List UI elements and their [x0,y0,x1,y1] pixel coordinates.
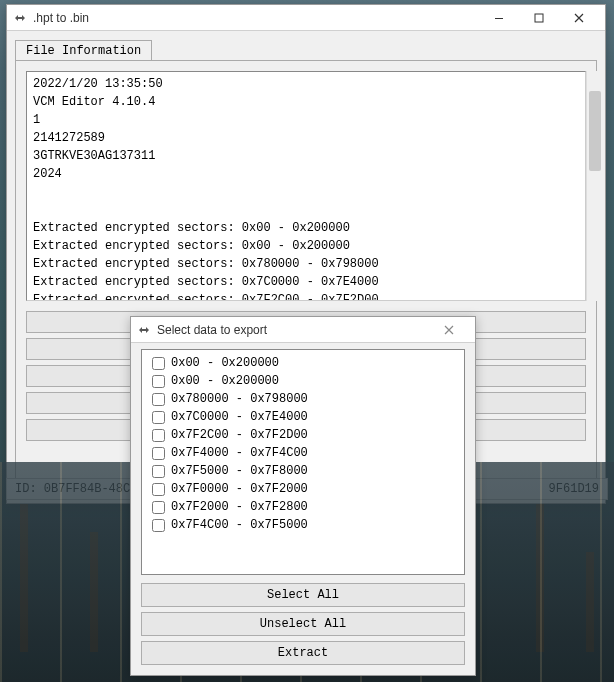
desktop-background: .hpt to .bin File Information 2022/1/20 … [0,0,614,682]
svg-rect-0 [495,18,503,19]
export-dialog: Select data to export 0x00 - 0x2000000x0… [130,316,476,676]
maximize-button[interactable] [519,7,559,29]
export-item[interactable]: 0x7F5000 - 0x7F8000 [148,462,458,480]
file-info-textarea[interactable]: 2022/1/20 13:35:50 VCM Editor 4.10.4 1 2… [26,71,586,301]
extract-button[interactable]: Extract [141,641,465,665]
export-item[interactable]: 0x7C0000 - 0x7E4000 [148,408,458,426]
close-icon [444,325,454,335]
export-item[interactable]: 0x780000 - 0x798000 [148,390,458,408]
export-item-checkbox[interactable] [152,429,165,442]
id-label: ID: [15,482,37,496]
export-item-checkbox[interactable] [152,393,165,406]
export-item-label: 0x7F5000 - 0x7F8000 [171,464,308,478]
export-item-label: 0x7C0000 - 0x7E4000 [171,410,308,424]
bg-decor [20,492,28,652]
select-all-button[interactable]: Select All [141,583,465,607]
export-item[interactable]: 0x7F0000 - 0x7F2000 [148,480,458,498]
dialog-titlebar[interactable]: Select data to export [131,317,475,343]
app-icon [13,11,27,25]
export-item[interactable]: 0x7F4C00 - 0x7F5000 [148,516,458,534]
unselect-all-button[interactable]: Unselect All [141,612,465,636]
close-button[interactable] [559,7,599,29]
minimize-button[interactable] [479,7,519,29]
export-item-checkbox[interactable] [152,375,165,388]
maximize-icon [534,13,544,23]
export-item-checkbox[interactable] [152,465,165,478]
dialog-title: Select data to export [157,323,267,337]
bg-decor [536,502,544,652]
export-item-label: 0x7F0000 - 0x7F2000 [171,482,308,496]
export-item-label: 0x7F2C00 - 0x7F2D00 [171,428,308,442]
minimize-icon [494,13,504,23]
textarea-scrollbar[interactable] [586,71,603,301]
export-item-checkbox[interactable] [152,483,165,496]
dialog-close-button[interactable] [429,319,469,341]
id-value-right: 9F61D19 [549,482,599,496]
export-item-checkbox[interactable] [152,357,165,370]
bg-decor [586,552,594,652]
export-item-label: 0x780000 - 0x798000 [171,392,308,406]
export-item[interactable]: 0x7F2000 - 0x7F2800 [148,498,458,516]
dialog-client: 0x00 - 0x2000000x00 - 0x2000000x780000 -… [141,349,465,665]
export-item-label: 0x7F4000 - 0x7F4C00 [171,446,308,460]
scrollbar-thumb[interactable] [589,91,601,171]
export-item[interactable]: 0x00 - 0x200000 [148,372,458,390]
export-item-checkbox[interactable] [152,447,165,460]
main-titlebar[interactable]: .hpt to .bin [7,5,605,31]
export-item-label: 0x00 - 0x200000 [171,356,279,370]
app-icon [137,323,151,337]
export-listbox[interactable]: 0x00 - 0x2000000x00 - 0x2000000x780000 -… [141,349,465,575]
export-item-label: 0x7F4C00 - 0x7F5000 [171,518,308,532]
export-item-label: 0x7F2000 - 0x7F2800 [171,500,308,514]
export-item-checkbox[interactable] [152,411,165,424]
svg-rect-1 [535,14,543,22]
main-title: .hpt to .bin [33,11,89,25]
export-item-checkbox[interactable] [152,501,165,514]
export-item-label: 0x00 - 0x200000 [171,374,279,388]
close-icon [574,13,584,23]
export-item[interactable]: 0x7F2C00 - 0x7F2D00 [148,426,458,444]
export-item[interactable]: 0x7F4000 - 0x7F4C00 [148,444,458,462]
bg-decor [90,532,98,652]
tab-file-information[interactable]: File Information [15,40,152,61]
export-item-checkbox[interactable] [152,519,165,532]
export-item[interactable]: 0x00 - 0x200000 [148,354,458,372]
